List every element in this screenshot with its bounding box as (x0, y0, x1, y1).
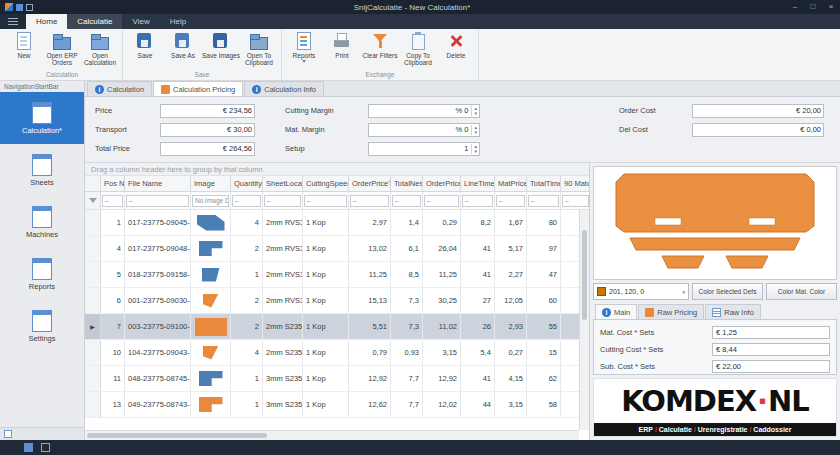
field-cutting-margin[interactable]: % 0▴▾ (368, 104, 480, 118)
table-row[interactable]: ▶7003-23775-09100-PLAT...22mm S2351 Kop5… (85, 314, 579, 340)
detail-tab-raw-info[interactable]: Raw Info (705, 304, 761, 319)
column-header-totaltime[interactable]: TotalTime (527, 176, 561, 191)
column-header-orderprice[interactable]: OrderPrice (423, 176, 461, 191)
column-header-pos-number[interactable]: Pos Number (101, 176, 125, 191)
horizontal-scrollbar[interactable] (85, 430, 579, 440)
column-header-file-name[interactable]: File Name (125, 176, 191, 191)
ribbon-button-open-calculation[interactable]: Open Calculation (81, 30, 119, 69)
table-row[interactable]: 10104-23775-09043-PLAT...42mm S2351 Kop0… (85, 340, 579, 366)
ribbon-button-reports[interactable]: Reports▾ (285, 30, 323, 69)
table-row[interactable]: 5018-23775-09158-PlatF...12mm RVS3041 Ko… (85, 262, 579, 288)
column-header-image[interactable]: Image (191, 176, 231, 191)
detail-field-cutting-cost-sets[interactable]: € 8,44 (712, 343, 830, 356)
minimize-button[interactable]: – (786, 0, 804, 14)
status-panel-icon[interactable] (41, 443, 50, 452)
tab-calculation-pricing[interactable]: Calculation Pricing (153, 81, 243, 96)
table-row[interactable]: 1017-23775-09045-PLAT...42mm RVS3041 Kop… (85, 210, 579, 236)
field-order-cost[interactable]: € 20,00 (692, 104, 824, 118)
field-del-cost[interactable]: € 0,00 (692, 123, 824, 137)
ribbon-button-new[interactable]: New (5, 30, 43, 69)
application-menu-button[interactable] (0, 14, 26, 29)
detail-field-sub-cost-sets[interactable]: € 22,00 (712, 360, 830, 373)
ribbon-button-save-images[interactable]: Save Images (202, 30, 240, 69)
table-row[interactable]: 6001-23775-09030-PLAT...22mm RVS3041 Kop… (85, 288, 579, 314)
filter-input-matprice[interactable]: – (496, 195, 525, 207)
field-price[interactable]: € 234,56 (160, 104, 255, 118)
ribbon-button-save[interactable]: Save (126, 30, 164, 69)
sidebar-item-calculation[interactable]: Calculation* (0, 92, 84, 144)
spinner-down-icon[interactable]: ▾ (474, 149, 477, 154)
grid-view-icon[interactable] (4, 430, 12, 438)
ribbon-button-clear-filters[interactable]: Clear Filters (361, 30, 399, 69)
filter-input-totalness[interactable]: – (392, 195, 421, 207)
ribbon-button-save-as[interactable]: Save As (164, 30, 202, 69)
detail-field-mat-cost-sets[interactable]: € 1,25 (712, 326, 830, 339)
column-header-matprice[interactable]: MatPrice (495, 176, 527, 191)
field-setup[interactable]: 1▴▾ (368, 142, 480, 156)
sidebar-item-machines[interactable]: Machines (0, 196, 84, 248)
column-header-quantity[interactable]: Quantity (231, 176, 263, 191)
value-cell: 7,3 (391, 288, 423, 313)
chevron-down-icon: ▾ (682, 289, 685, 295)
menu-tab-help[interactable]: Help (160, 14, 196, 29)
column-header-90-match[interactable]: 90 Match (561, 176, 589, 191)
close-button[interactable]: × (822, 0, 840, 14)
value-cell: 1,67 (495, 210, 527, 235)
ribbon-button-copy-to-clipboard[interactable]: Copy To Clipboard (399, 30, 437, 69)
filter-input-cuttingspeedlocal[interactable]: – (304, 195, 347, 207)
spinner-buttons[interactable]: ▴▾ (471, 144, 477, 154)
filter-input-sheetlocal[interactable]: – (264, 195, 301, 207)
table-row[interactable]: 11048-23775-08745-PLAT...13mm S2351 Kop1… (85, 366, 579, 392)
spinner-down-icon[interactable]: ▾ (474, 111, 477, 116)
column-header-sheetlocal[interactable]: SheetLocal (263, 176, 303, 191)
value-cell: 11,25 (349, 262, 391, 287)
table-row[interactable]: 4017-23775-09048-PLAT...22mm RVS3041 Kop… (85, 236, 579, 262)
column-header-totalness[interactable]: TotalNess (391, 176, 423, 191)
horizontal-scrollbar-thumb[interactable] (87, 433, 267, 438)
sidebar-item-sheets[interactable]: Sheets (0, 144, 84, 196)
menu-tab-view[interactable]: View (122, 14, 159, 29)
filter-input-linetime-s[interactable]: – (462, 195, 493, 207)
field-mat-margin[interactable]: % 0▴▾ (368, 123, 480, 137)
field-total-price[interactable]: € 264,56 (160, 142, 255, 156)
filter-input-orderpriceto[interactable]: – (350, 195, 389, 207)
image-cell (191, 366, 231, 391)
maximize-button[interactable]: □ (804, 0, 822, 14)
sidebar-item-reports[interactable]: Reports (0, 248, 84, 300)
button-color-selected-defs[interactable]: Color Selected Defs (692, 283, 763, 300)
status-grid-icon[interactable] (24, 443, 33, 452)
filter-input-totaltime[interactable]: – (528, 195, 559, 207)
vertical-scrollbar-thumb[interactable] (582, 230, 587, 320)
quick-save-icon[interactable] (16, 4, 23, 11)
filter-input-orderprice[interactable]: – (424, 195, 459, 207)
spinner-buttons[interactable]: ▴▾ (471, 125, 477, 135)
filter-input-pos-number[interactable]: – (102, 195, 123, 207)
ribbon-button-open-to-clipboard[interactable]: Open To Clipboard (240, 30, 278, 69)
part-preview (593, 166, 837, 280)
menu-tab-calculatie[interactable]: Calculatie (67, 14, 122, 29)
image-filter-dropdown[interactable]: No Image Data▾ (192, 195, 229, 207)
spinner-down-icon[interactable]: ▾ (474, 130, 477, 135)
sidebar-item-settings[interactable]: Settings (0, 300, 84, 352)
button-color-mat-color[interactable]: Color Mat. Color (766, 283, 837, 300)
tab-calculation[interactable]: Calculation (87, 81, 152, 96)
color-value-dropdown[interactable]: 201, 120, 0 ▾ (593, 283, 689, 300)
menu-tab-home[interactable]: Home (26, 14, 67, 29)
column-header-linetime-s[interactable]: LineTime [s] (461, 176, 495, 191)
filter-input-90-match[interactable]: – (562, 195, 589, 207)
filter-input-quantity[interactable]: – (232, 195, 261, 207)
quick-customize-icon[interactable] (26, 4, 33, 11)
column-header-orderpriceto[interactable]: OrderPriceTo (349, 176, 391, 191)
ribbon-button-delete[interactable]: Delete (437, 30, 475, 69)
ribbon-button-print[interactable]: Print (323, 30, 361, 69)
tab-calculation-info[interactable]: Calculation Info (244, 81, 324, 96)
detail-tab-main[interactable]: Main (595, 304, 637, 319)
table-row[interactable]: 13049-23775-08743-PLAT...13mm S2351 Kop1… (85, 392, 579, 418)
vertical-scrollbar[interactable] (579, 210, 589, 430)
spinner-buttons[interactable]: ▴▾ (471, 106, 477, 116)
detail-tab-raw-pricing[interactable]: Raw Pricing (638, 304, 704, 319)
ribbon-button-open-erp-orders[interactable]: Open ERP Orders (43, 30, 81, 69)
field-transport[interactable]: € 30,00 (160, 123, 255, 137)
column-header-cuttingspeedlocal[interactable]: CuttingSpeedLocal (303, 176, 349, 191)
filter-input-file-name[interactable]: – (126, 195, 189, 207)
